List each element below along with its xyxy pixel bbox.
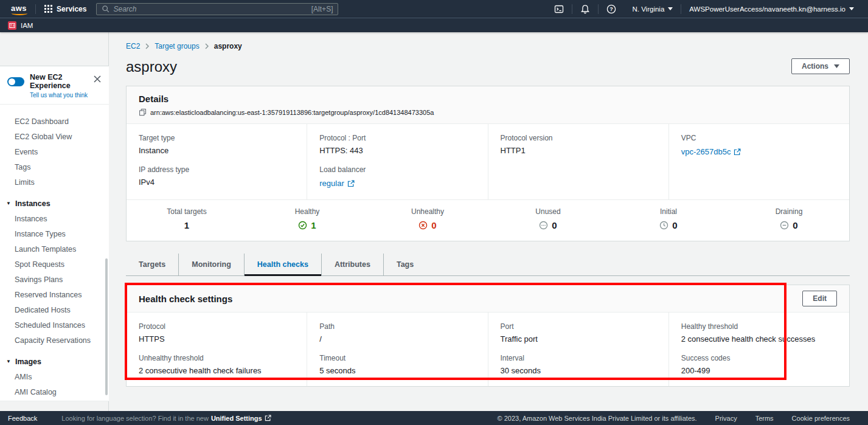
unified-settings-label: Unified Settings [211, 415, 262, 422]
search-input[interactable]: Search [Alt+S] [96, 3, 338, 15]
breadcrumb-ec2[interactable]: EC2 [126, 42, 140, 50]
hc-success-codes-value: 200-499 [681, 366, 837, 375]
chevron-down-icon [668, 7, 673, 10]
stat-label: Unused [535, 207, 560, 216]
tab-tags[interactable]: Tags [383, 254, 426, 275]
help-button[interactable]: ? [599, 0, 624, 18]
sidebar-item-tags[interactable]: Tags [0, 159, 109, 174]
ellipsis-circle-icon [539, 221, 548, 230]
health-check-card-header: Health check settings Edit [127, 285, 849, 313]
page-title: asproxy [126, 58, 177, 75]
actions-button-label: Actions [802, 62, 828, 71]
region-label: N. Virginia [632, 5, 664, 13]
details-card: Details arn:aws:elasticloadbalancing:us-… [126, 86, 850, 241]
tab-targets[interactable]: Targets [126, 254, 178, 275]
cookie-preferences-link[interactable]: Cookie preferences [792, 415, 850, 422]
sidebar-nav-list: EC2 Dashboard EC2 Global View Events Tag… [0, 105, 109, 401]
region-selector[interactable]: N. Virginia [624, 0, 681, 18]
notifications-bell-button[interactable] [572, 0, 598, 18]
sidebar-item-instance-types[interactable]: Instance Types [0, 226, 109, 241]
top-nav-bar: aws Services Search [Alt+S] [0, 0, 868, 18]
chevron-down-icon [849, 7, 854, 10]
stat-value: 1 [184, 220, 189, 230]
protocol-version-value: HTTP1 [501, 146, 656, 155]
field-label: IP address type [139, 165, 294, 174]
ip-address-type-value: IPv4 [139, 178, 294, 187]
close-icon[interactable] [94, 75, 101, 83]
minus-circle-icon [780, 221, 789, 230]
account-menu[interactable]: AWSPowerUserAccess/navaneeth.kn@harness.… [681, 0, 862, 18]
unified-settings-link[interactable]: Unified Settings [211, 415, 271, 422]
protocol-port-value: HTTPS: 443 [319, 146, 475, 155]
field-label: Interval [501, 354, 656, 362]
triangle-down-icon: ▼ [6, 201, 11, 206]
tab-monitoring[interactable]: Monitoring [178, 254, 244, 275]
cloudshell-button[interactable] [546, 0, 572, 18]
hc-protocol-value: HTTPS [139, 334, 294, 344]
sidebar-section-instances[interactable]: ▼ Instances [0, 196, 109, 211]
field-label: Load balancer [319, 165, 475, 174]
vpc-link[interactable]: vpc-2657db5c [681, 147, 741, 156]
target-summary-row: Total targets 1 Healthy 1 Unhealt [127, 199, 849, 241]
edit-button-label: Edit [813, 294, 827, 303]
tab-health-checks[interactable]: Health checks [244, 254, 321, 275]
feedback-link[interactable]: Feedback [8, 415, 37, 422]
sidebar-item-limits[interactable]: Limits [0, 174, 109, 190]
sidebar-item-amis[interactable]: AMIs [0, 369, 109, 384]
details-grid: Target type Instance IP address type IPv… [127, 124, 849, 199]
sidebar-item-ami-catalog[interactable]: AMI Catalog [0, 384, 109, 399]
sidebar-item-savings-plans[interactable]: Savings Plans [0, 272, 109, 287]
services-menu-button[interactable]: Services [36, 0, 95, 18]
breadcrumb: EC2 Target groups asproxy [126, 42, 850, 50]
sidebar-scrollbar[interactable] [105, 258, 108, 395]
sidebar-item-instances[interactable]: Instances [0, 211, 109, 226]
stat-label: Initial [660, 207, 677, 216]
search-icon [102, 5, 109, 13]
sidebar-item-spot-requests[interactable]: Spot Requests [0, 257, 109, 272]
sidebar-item-scheduled-instances[interactable]: Scheduled Instances [0, 317, 109, 333]
iam-service-icon [8, 21, 16, 30]
stat-draining: Draining 0 [729, 207, 849, 230]
tab-attributes[interactable]: Attributes [321, 254, 383, 275]
stat-label: Unhealthy [411, 207, 444, 216]
field-label: Protocol version [501, 134, 656, 142]
new-experience-feedback-link[interactable]: Tell us what you think [30, 92, 102, 98]
health-check-column: Path / Timeout 5 seconds [307, 313, 487, 386]
sidebar-item-launch-templates[interactable]: Launch Templates [0, 241, 109, 257]
hc-timeout-value: 5 seconds [319, 366, 475, 375]
field-label: Protocol [139, 322, 294, 331]
section-title: Instances [15, 199, 50, 208]
terms-link[interactable]: Terms [755, 415, 774, 422]
new-experience-title: New EC2 Experience [30, 73, 102, 90]
field-label: Healthy threshold [681, 322, 837, 331]
edit-button[interactable]: Edit [802, 291, 837, 306]
favorite-iam-link[interactable]: IAM [21, 22, 33, 29]
actions-button[interactable]: Actions [791, 58, 850, 74]
health-check-section: Health check settings Edit Protocol HTTP… [126, 285, 850, 387]
sidebar-section-images[interactable]: ▼ Images [0, 354, 109, 369]
sidebar-item-dedicated-hosts[interactable]: Dedicated Hosts [0, 302, 109, 317]
sidebar-item-reserved-instances[interactable]: Reserved Instances [0, 287, 109, 302]
breadcrumb-target-groups[interactable]: Target groups [155, 42, 199, 50]
tab-bar: Targets Monitoring Health checks Attribu… [126, 254, 850, 276]
footer-right-group: © 2023, Amazon Web Services India Privat… [498, 415, 850, 422]
sidebar-item-capacity-reservations[interactable]: Capacity Reservations [0, 333, 109, 348]
sidebar-item-ec2-global-view[interactable]: EC2 Global View [0, 129, 109, 144]
unused-count: 0 [552, 220, 557, 230]
aws-console: aws Services Search [Alt+S] [0, 0, 868, 425]
privacy-link[interactable]: Privacy [715, 415, 737, 422]
aws-logo[interactable]: aws [11, 4, 27, 13]
load-balancer-link[interactable]: regular [319, 179, 354, 188]
sidebar-item-events[interactable]: Events [0, 144, 109, 159]
details-column: Protocol version HTTP1 [488, 124, 668, 199]
details-column: VPC vpc-2657db5c [668, 124, 849, 199]
search-shortcut-hint: [Alt+S] [311, 5, 333, 13]
sidebar-item-ec2-dashboard[interactable]: EC2 Dashboard [0, 114, 109, 129]
health-check-column: Healthy threshold 2 consecutive health c… [668, 313, 849, 386]
stat-initial: Initial 0 [608, 207, 729, 230]
new-experience-toggle[interactable] [7, 77, 24, 86]
target-group-arn: arn:aws:elasticloadbalancing:us-east-1:3… [150, 109, 434, 116]
services-grid-icon [44, 5, 52, 13]
vpc-link-text: vpc-2657db5c [681, 147, 731, 156]
copy-icon[interactable] [139, 108, 147, 116]
